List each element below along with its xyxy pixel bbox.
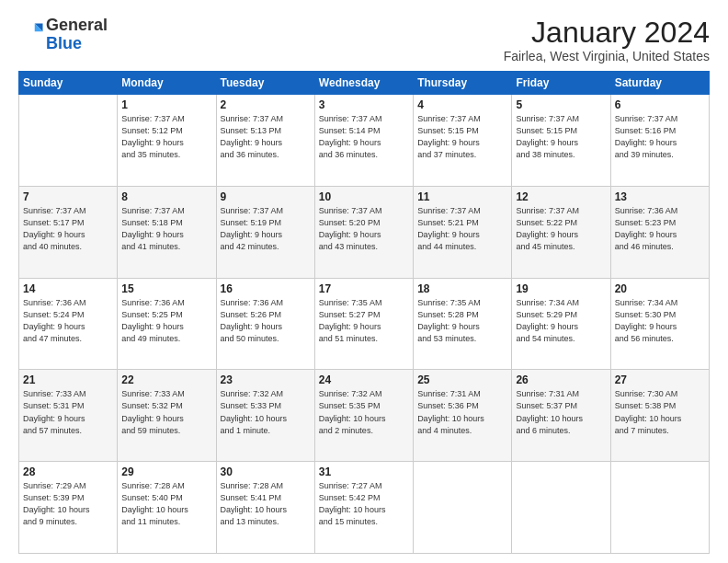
calendar-header-wednesday: Wednesday xyxy=(314,72,413,95)
month-title: January 2024 xyxy=(504,17,710,49)
day-number: 20 xyxy=(615,282,705,295)
calendar-cell: 31Sunrise: 7:27 AM Sunset: 5:42 PM Dayli… xyxy=(314,462,413,554)
calendar-cell: 27Sunrise: 7:30 AM Sunset: 5:38 PM Dayli… xyxy=(610,370,709,462)
day-info: Sunrise: 7:37 AM Sunset: 5:13 PM Dayligh… xyxy=(221,113,311,161)
day-number: 9 xyxy=(221,190,311,203)
calendar-week-row: 28Sunrise: 7:29 AM Sunset: 5:39 PM Dayli… xyxy=(19,462,710,554)
calendar-cell: 15Sunrise: 7:36 AM Sunset: 5:25 PM Dayli… xyxy=(118,278,216,370)
day-info: Sunrise: 7:37 AM Sunset: 5:19 PM Dayligh… xyxy=(221,205,311,253)
day-number: 5 xyxy=(516,98,606,111)
day-info: Sunrise: 7:37 AM Sunset: 5:16 PM Dayligh… xyxy=(615,113,705,161)
calendar-week-row: 14Sunrise: 7:36 AM Sunset: 5:24 PM Dayli… xyxy=(19,278,710,370)
calendar-cell: 13Sunrise: 7:36 AM Sunset: 5:23 PM Dayli… xyxy=(610,186,709,278)
day-number: 26 xyxy=(516,373,606,386)
logo-blue: Blue xyxy=(46,34,82,52)
header: General Blue January 2024 Fairlea, West … xyxy=(18,17,710,63)
calendar-header-saturday: Saturday xyxy=(610,72,709,95)
calendar-cell xyxy=(19,95,118,187)
day-number: 12 xyxy=(516,190,606,203)
day-number: 4 xyxy=(417,98,507,111)
calendar-cell: 11Sunrise: 7:37 AM Sunset: 5:21 PM Dayli… xyxy=(414,186,512,278)
day-info: Sunrise: 7:36 AM Sunset: 5:23 PM Dayligh… xyxy=(615,205,705,253)
calendar-cell: 12Sunrise: 7:37 AM Sunset: 5:22 PM Dayli… xyxy=(512,186,610,278)
day-number: 23 xyxy=(221,373,311,386)
day-info: Sunrise: 7:37 AM Sunset: 5:22 PM Dayligh… xyxy=(516,205,606,253)
calendar-cell: 20Sunrise: 7:34 AM Sunset: 5:30 PM Dayli… xyxy=(610,278,709,370)
calendar-cell: 28Sunrise: 7:29 AM Sunset: 5:39 PM Dayli… xyxy=(19,462,118,554)
logo: General Blue xyxy=(18,17,108,53)
calendar-header-monday: Monday xyxy=(118,72,216,95)
calendar-header-row: SundayMondayTuesdayWednesdayThursdayFrid… xyxy=(19,72,710,95)
day-number: 30 xyxy=(221,465,311,478)
calendar-week-row: 7Sunrise: 7:37 AM Sunset: 5:17 PM Daylig… xyxy=(19,186,710,278)
page: General Blue January 2024 Fairlea, West … xyxy=(0,0,728,563)
day-number: 10 xyxy=(319,190,409,203)
calendar-cell: 5Sunrise: 7:37 AM Sunset: 5:15 PM Daylig… xyxy=(512,95,610,187)
calendar-cell: 4Sunrise: 7:37 AM Sunset: 5:15 PM Daylig… xyxy=(414,95,512,187)
calendar-header-thursday: Thursday xyxy=(414,72,512,95)
day-number: 2 xyxy=(221,98,311,111)
day-number: 28 xyxy=(23,465,113,478)
day-number: 15 xyxy=(121,282,211,295)
day-info: Sunrise: 7:29 AM Sunset: 5:39 PM Dayligh… xyxy=(23,480,113,528)
logo-icon xyxy=(20,20,46,46)
day-info: Sunrise: 7:37 AM Sunset: 5:18 PM Dayligh… xyxy=(121,205,211,253)
calendar-table: SundayMondayTuesdayWednesdayThursdayFrid… xyxy=(18,71,710,554)
calendar-cell: 14Sunrise: 7:36 AM Sunset: 5:24 PM Dayli… xyxy=(19,278,118,370)
day-info: Sunrise: 7:30 AM Sunset: 5:38 PM Dayligh… xyxy=(615,388,705,436)
calendar-cell xyxy=(414,462,512,554)
calendar-cell: 18Sunrise: 7:35 AM Sunset: 5:28 PM Dayli… xyxy=(414,278,512,370)
day-info: Sunrise: 7:37 AM Sunset: 5:15 PM Dayligh… xyxy=(516,113,606,161)
day-info: Sunrise: 7:37 AM Sunset: 5:15 PM Dayligh… xyxy=(417,113,507,161)
day-number: 1 xyxy=(121,98,211,111)
calendar-cell: 17Sunrise: 7:35 AM Sunset: 5:27 PM Dayli… xyxy=(314,278,413,370)
calendar-cell xyxy=(610,462,709,554)
day-info: Sunrise: 7:34 AM Sunset: 5:30 PM Dayligh… xyxy=(615,297,705,345)
calendar-header-tuesday: Tuesday xyxy=(216,72,314,95)
calendar-cell: 9Sunrise: 7:37 AM Sunset: 5:19 PM Daylig… xyxy=(216,186,314,278)
calendar-week-row: 21Sunrise: 7:33 AM Sunset: 5:31 PM Dayli… xyxy=(19,370,710,462)
calendar-cell: 25Sunrise: 7:31 AM Sunset: 5:36 PM Dayli… xyxy=(414,370,512,462)
day-number: 31 xyxy=(319,465,409,478)
day-number: 19 xyxy=(516,282,606,295)
day-info: Sunrise: 7:32 AM Sunset: 5:33 PM Dayligh… xyxy=(221,388,311,436)
calendar-cell: 22Sunrise: 7:33 AM Sunset: 5:32 PM Dayli… xyxy=(118,370,216,462)
day-number: 29 xyxy=(121,465,211,478)
day-info: Sunrise: 7:35 AM Sunset: 5:28 PM Dayligh… xyxy=(417,297,507,345)
day-number: 13 xyxy=(615,190,705,203)
day-info: Sunrise: 7:37 AM Sunset: 5:17 PM Dayligh… xyxy=(23,205,113,253)
day-info: Sunrise: 7:31 AM Sunset: 5:37 PM Dayligh… xyxy=(516,388,606,436)
location-title: Fairlea, West Virginia, United States xyxy=(504,49,710,63)
day-info: Sunrise: 7:36 AM Sunset: 5:26 PM Dayligh… xyxy=(221,297,311,345)
day-info: Sunrise: 7:37 AM Sunset: 5:20 PM Dayligh… xyxy=(319,205,409,253)
day-info: Sunrise: 7:31 AM Sunset: 5:36 PM Dayligh… xyxy=(417,388,507,436)
calendar-cell: 6Sunrise: 7:37 AM Sunset: 5:16 PM Daylig… xyxy=(610,95,709,187)
calendar-cell: 16Sunrise: 7:36 AM Sunset: 5:26 PM Dayli… xyxy=(216,278,314,370)
day-info: Sunrise: 7:36 AM Sunset: 5:25 PM Dayligh… xyxy=(121,297,211,345)
day-number: 16 xyxy=(221,282,311,295)
day-info: Sunrise: 7:37 AM Sunset: 5:21 PM Dayligh… xyxy=(417,205,507,253)
day-number: 24 xyxy=(319,373,409,386)
calendar-cell: 24Sunrise: 7:32 AM Sunset: 5:35 PM Dayli… xyxy=(314,370,413,462)
day-info: Sunrise: 7:28 AM Sunset: 5:40 PM Dayligh… xyxy=(121,480,211,528)
day-info: Sunrise: 7:35 AM Sunset: 5:27 PM Dayligh… xyxy=(319,297,409,345)
calendar-cell: 30Sunrise: 7:28 AM Sunset: 5:41 PM Dayli… xyxy=(216,462,314,554)
day-number: 8 xyxy=(121,190,211,203)
calendar-cell: 26Sunrise: 7:31 AM Sunset: 5:37 PM Dayli… xyxy=(512,370,610,462)
day-number: 18 xyxy=(417,282,507,295)
day-number: 25 xyxy=(417,373,507,386)
day-number: 7 xyxy=(23,190,113,203)
day-info: Sunrise: 7:33 AM Sunset: 5:31 PM Dayligh… xyxy=(23,388,113,436)
logo-text: General Blue xyxy=(46,17,108,53)
day-info: Sunrise: 7:33 AM Sunset: 5:32 PM Dayligh… xyxy=(121,388,211,436)
day-number: 11 xyxy=(417,190,507,203)
day-info: Sunrise: 7:36 AM Sunset: 5:24 PM Dayligh… xyxy=(23,297,113,345)
calendar-week-row: 1Sunrise: 7:37 AM Sunset: 5:12 PM Daylig… xyxy=(19,95,710,187)
title-block: January 2024 Fairlea, West Virginia, Uni… xyxy=(504,17,710,63)
day-info: Sunrise: 7:37 AM Sunset: 5:14 PM Dayligh… xyxy=(319,113,409,161)
calendar-cell: 7Sunrise: 7:37 AM Sunset: 5:17 PM Daylig… xyxy=(19,186,118,278)
calendar-header-sunday: Sunday xyxy=(19,72,118,95)
day-number: 21 xyxy=(23,373,113,386)
calendar-cell: 2Sunrise: 7:37 AM Sunset: 5:13 PM Daylig… xyxy=(216,95,314,187)
calendar-cell: 23Sunrise: 7:32 AM Sunset: 5:33 PM Dayli… xyxy=(216,370,314,462)
